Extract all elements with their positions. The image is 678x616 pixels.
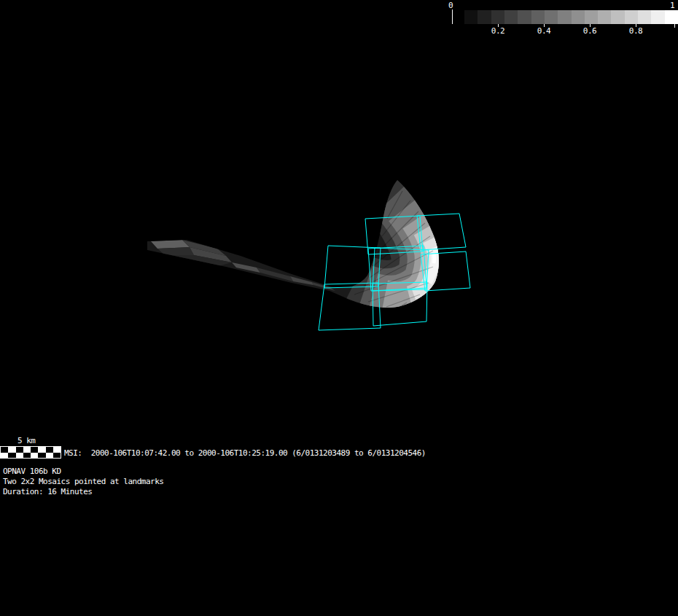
annotation-duration: Duration: 16 Minutes [3,487,92,496]
scalebar-cell [8,447,15,453]
visualization-screen: 0 1 0.20.40.60.8 5 km MSI: 2000-106T10:0… [0,0,678,616]
scalebar-cell [53,447,61,453]
scalebar-cell [53,453,61,459]
scalebar-cell [38,453,45,459]
annotation-mosaics: Two 2x2 Mosaics pointed at landmarks [3,477,163,486]
scalebar-checker [0,446,61,459]
asteroid-shade-band [434,253,435,263]
msi-time-range-line: MSI: 2000-106T10:07:42.00 to 2000-106T10… [64,448,426,458]
scalebar-cell [38,447,45,453]
scalebar-label: 5 km [17,436,36,445]
scalebar-cell [31,453,38,459]
scalebar-cell [16,447,23,453]
scalebar-cell [31,447,38,453]
scalebar-cell [8,453,15,459]
annotation-opnav: OPNAV 106b KD [3,467,61,476]
asteroid-shading-group [151,180,439,308]
scalebar-cell [46,453,53,459]
scalebar-cell [1,453,8,459]
asteroid-render-canvas [0,0,678,616]
scalebar-cell [23,447,31,453]
scalebar-cell [46,447,53,453]
scalebar-cell [23,453,31,459]
scalebar-cell [1,447,8,453]
scalebar-cell [16,453,23,459]
